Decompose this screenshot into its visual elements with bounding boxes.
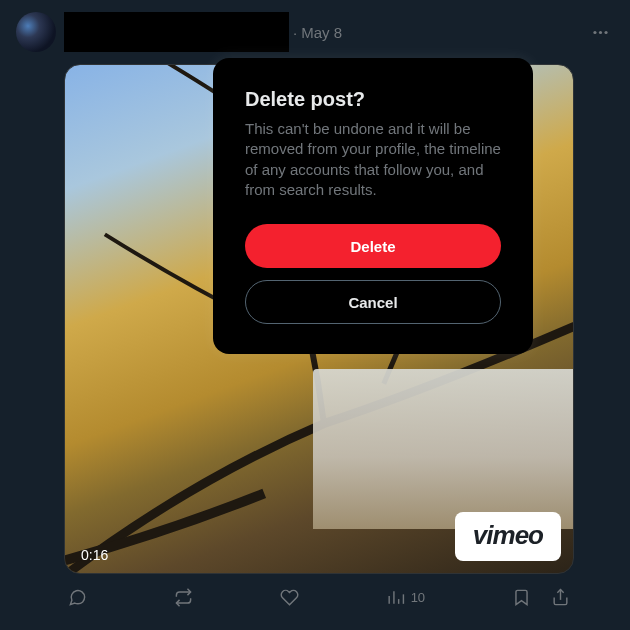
share-icon [551, 588, 570, 607]
post-actions: 10 [64, 584, 574, 611]
brand-badge: vimeo [455, 512, 561, 561]
author-block: · May 8 [64, 12, 579, 52]
bookmark-icon [512, 588, 531, 607]
svg-point-0 [593, 30, 596, 33]
ellipsis-icon [591, 23, 610, 42]
bookmark-button[interactable] [508, 584, 535, 611]
post-date[interactable]: May 8 [301, 24, 342, 41]
share-button[interactable] [547, 584, 574, 611]
avatar[interactable] [16, 12, 56, 52]
video-duration: 0:16 [75, 545, 114, 565]
chart-icon [386, 588, 405, 607]
like-button[interactable] [276, 584, 303, 611]
delete-button[interactable]: Delete [245, 224, 501, 268]
reply-button[interactable] [64, 584, 91, 611]
speech-bubble-icon [68, 588, 87, 607]
views-button[interactable]: 10 [382, 584, 429, 611]
views-count: 10 [411, 590, 425, 605]
cancel-button[interactable]: Cancel [245, 280, 501, 324]
repost-button[interactable] [170, 584, 197, 611]
dialog-body: This can't be undone and it will be remo… [245, 119, 501, 200]
svg-point-1 [599, 30, 602, 33]
meta-separator: · [293, 24, 297, 41]
repost-icon [174, 588, 193, 607]
author-name-redacted [64, 12, 289, 52]
post-header: · May 8 [16, 12, 614, 52]
svg-point-2 [604, 30, 607, 33]
dialog-buttons: Delete Cancel [245, 224, 501, 324]
delete-post-dialog: Delete post? This can't be undone and it… [213, 58, 533, 354]
dialog-title: Delete post? [245, 88, 501, 111]
heart-icon [280, 588, 299, 607]
picture-in-picture-preview [313, 369, 573, 529]
more-options-button[interactable] [587, 19, 614, 46]
